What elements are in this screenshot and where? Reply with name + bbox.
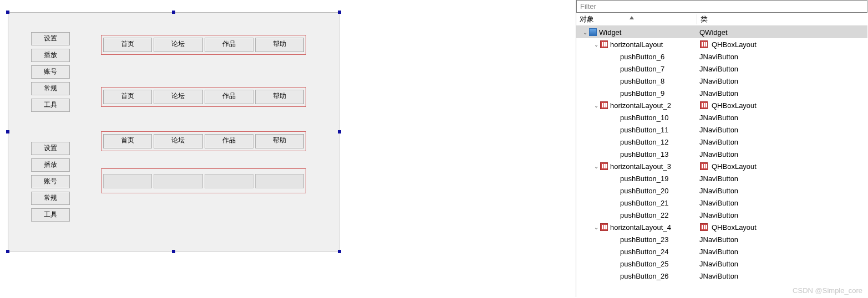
object-name: pushButton_10 (620, 114, 668, 122)
nav-button[interactable]: 作品 (205, 90, 253, 104)
tree-row[interactable]: pushButton_22JNaviButton (576, 209, 867, 221)
tree-row[interactable]: pushButton_19JNaviButton (576, 172, 867, 184)
class-name: JNaviButton (699, 65, 738, 73)
layout-icon (700, 162, 708, 170)
header-object-label: 对象 (580, 15, 594, 23)
object-name: horizontalLayout_3 (610, 162, 671, 171)
horizontal-layout-4[interactable] (101, 168, 306, 193)
nav-button[interactable]: 设置 (31, 32, 70, 45)
chevron-down-icon[interactable]: ⌄ (593, 163, 600, 169)
nav-button[interactable]: 论坛 (154, 38, 202, 52)
tree-row[interactable]: pushButton_26JNaviButton (576, 270, 867, 282)
nav-button[interactable]: 论坛 (154, 90, 202, 104)
object-name: pushButton_26 (620, 272, 668, 280)
nav-button[interactable]: 作品 (205, 38, 253, 52)
chevron-down-icon[interactable]: ⌄ (593, 224, 600, 230)
filter-input[interactable] (577, 1, 867, 12)
nav-button[interactable]: 作品 (205, 134, 253, 148)
tree-row[interactable]: ⌄horizontalLayout_4QHBoxLayout (576, 221, 867, 233)
layout-icon (700, 223, 708, 231)
object-name: Widget (598, 28, 621, 37)
horizontal-layout-3[interactable]: 首页 论坛 作品 帮助 (101, 131, 306, 151)
layout-icon (600, 162, 608, 170)
class-name: JNaviButton (699, 89, 738, 97)
class-name: JNaviButton (699, 150, 738, 158)
tree-row[interactable]: ⌄horizontalLayout_3QHBoxLayout (576, 160, 867, 172)
class-name: JNaviButton (699, 138, 738, 146)
nav-button[interactable] (205, 174, 253, 188)
layout-icon (700, 40, 708, 48)
object-name: horizontalLayout (610, 40, 663, 49)
tree-row[interactable]: ⌄WidgetQWidget (576, 26, 867, 38)
tree-row[interactable]: pushButton_9JNaviButton (576, 87, 867, 99)
nav-button[interactable]: 设置 (31, 142, 70, 155)
sort-ascending-icon (630, 16, 634, 19)
tree-row[interactable]: pushButton_23JNaviButton (576, 233, 867, 245)
class-name: QHBoxLayout (712, 40, 757, 49)
widget-icon (589, 28, 597, 36)
header-class[interactable]: 类 (697, 14, 867, 24)
object-name: pushButton_7 (620, 65, 664, 73)
tree-row[interactable]: pushButton_21JNaviButton (576, 197, 867, 209)
class-name: QHBoxLayout (712, 162, 757, 171)
tree-row[interactable]: pushButton_13JNaviButton (576, 148, 867, 160)
class-name: JNaviButton (699, 53, 738, 61)
tree-row[interactable]: pushButton_25JNaviButton (576, 258, 867, 270)
object-name: pushButton_8 (620, 77, 664, 85)
object-name: pushButton_13 (620, 150, 668, 158)
tree-row[interactable]: ⌄horizontalLayoutQHBoxLayout (576, 38, 867, 50)
header-class-label: 类 (701, 15, 708, 23)
vertical-layout-1: 设置 播放 账号 常规 工具 (31, 32, 70, 112)
nav-button[interactable] (255, 174, 304, 188)
class-name: QHBoxLayout (712, 101, 757, 110)
class-name: JNaviButton (699, 77, 738, 85)
nav-button[interactable]: 帮助 (255, 38, 304, 52)
chevron-down-icon[interactable]: ⌄ (582, 29, 588, 35)
object-name: pushButton_19 (620, 174, 668, 183)
tree-row[interactable]: pushButton_20JNaviButton (576, 184, 867, 197)
tree-row[interactable]: pushButton_7JNaviButton (576, 63, 867, 75)
header-object[interactable]: 对象 (576, 14, 697, 24)
tree-body[interactable]: ⌄WidgetQWidget⌄horizontalLayoutQHBoxLayo… (576, 26, 867, 297)
layout-icon (600, 40, 608, 48)
nav-button[interactable]: 工具 (31, 99, 70, 112)
nav-button[interactable]: 账号 (31, 65, 70, 79)
horizontal-layout-1[interactable]: 首页 论坛 作品 帮助 (101, 35, 306, 55)
nav-button[interactable]: 首页 (103, 134, 152, 148)
horizontal-layout-2[interactable]: 首页 论坛 作品 帮助 (101, 87, 306, 107)
tree-row[interactable]: ⌄horizontalLayout_2QHBoxLayout (576, 99, 867, 111)
tree-row[interactable]: pushButton_6JNaviButton (576, 50, 867, 63)
nav-button[interactable]: 帮助 (255, 90, 304, 104)
class-name: JNaviButton (699, 260, 738, 268)
nav-button[interactable] (103, 174, 152, 188)
nav-button[interactable]: 常规 (31, 82, 70, 95)
object-name: horizontalLayout_4 (610, 223, 671, 232)
tree-row[interactable]: pushButton_24JNaviButton (576, 245, 867, 258)
tree-row[interactable]: pushButton_12JNaviButton (576, 136, 867, 148)
layout-icon (700, 101, 708, 109)
nav-button[interactable]: 首页 (103, 90, 152, 104)
chevron-down-icon[interactable]: ⌄ (593, 42, 600, 48)
class-name: JNaviButton (699, 114, 738, 122)
chevron-down-icon[interactable]: ⌄ (593, 102, 600, 109)
nav-button[interactable]: 工具 (31, 208, 70, 222)
nav-button[interactable] (154, 174, 202, 188)
layout-icon (600, 223, 608, 231)
tree-header[interactable]: 对象 类 (576, 13, 867, 26)
tree-row[interactable]: pushButton_8JNaviButton (576, 75, 867, 87)
nav-button[interactable]: 账号 (31, 175, 70, 188)
object-name: pushButton_12 (620, 138, 668, 146)
object-name: pushButton_25 (620, 260, 668, 268)
object-name: pushButton_9 (620, 89, 664, 97)
tree-row[interactable]: pushButton_10JNaviButton (576, 111, 867, 124)
nav-button[interactable]: 播放 (31, 158, 70, 172)
tree-row[interactable]: pushButton_11JNaviButton (576, 124, 867, 136)
nav-button[interactable]: 论坛 (154, 134, 202, 148)
class-name: QHBoxLayout (712, 223, 757, 232)
class-name: JNaviButton (699, 126, 738, 134)
nav-button[interactable]: 播放 (31, 49, 70, 62)
nav-button[interactable]: 首页 (103, 38, 152, 52)
object-name: pushButton_20 (620, 187, 668, 195)
nav-button[interactable]: 常规 (31, 192, 70, 205)
nav-button[interactable]: 帮助 (255, 134, 304, 148)
